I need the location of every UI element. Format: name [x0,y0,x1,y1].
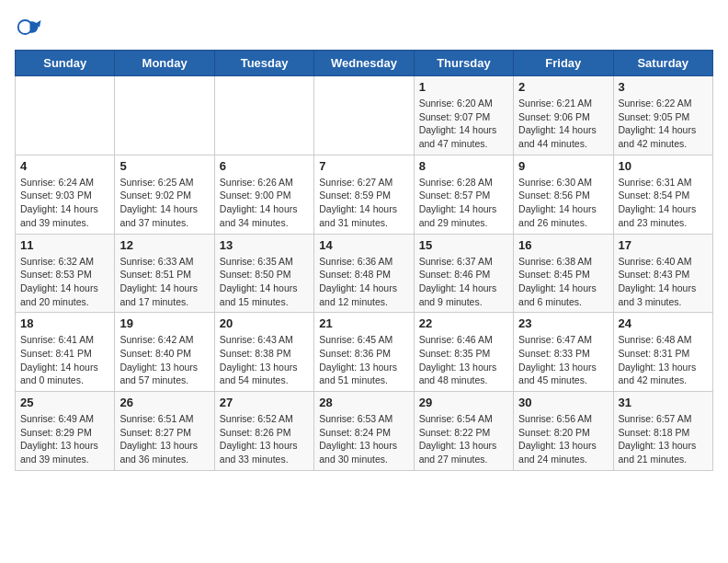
day-info: Sunrise: 6:40 AM Sunset: 8:43 PM Dayligh… [619,255,708,309]
calendar-cell: 9Sunrise: 6:30 AM Sunset: 8:56 PM Daylig… [514,155,613,234]
calendar-cell: 6Sunrise: 6:26 AM Sunset: 9:00 PM Daylig… [214,155,313,234]
calendar-cell: 1Sunrise: 6:20 AM Sunset: 9:07 PM Daylig… [414,76,513,155]
day-number: 4 [20,159,109,173]
calendar-cell [214,76,313,155]
day-info: Sunrise: 6:24 AM Sunset: 9:03 PM Dayligh… [20,176,109,230]
logo-icon [15,15,42,42]
day-info: Sunrise: 6:46 AM Sunset: 8:35 PM Dayligh… [419,333,508,387]
day-number: 18 [20,316,109,330]
day-info: Sunrise: 6:48 AM Sunset: 8:31 PM Dayligh… [619,333,708,387]
day-number: 23 [518,316,608,330]
day-number: 20 [220,316,309,330]
logo [15,15,46,42]
day-number: 26 [119,396,209,409]
calendar-cell: 8Sunrise: 6:28 AM Sunset: 8:57 PM Daylig… [414,155,513,234]
day-number: 11 [20,238,109,252]
day-info: Sunrise: 6:28 AM Sunset: 8:57 PM Dayligh… [419,176,508,230]
calendar-cell: 10Sunrise: 6:31 AM Sunset: 8:54 PM Dayli… [613,155,712,234]
day-number: 29 [419,396,508,409]
day-info: Sunrise: 6:32 AM Sunset: 8:53 PM Dayligh… [20,255,109,309]
calendar-cell: 16Sunrise: 6:38 AM Sunset: 8:45 PM Dayli… [514,234,613,313]
day-info: Sunrise: 6:30 AM Sunset: 8:56 PM Dayligh… [518,176,608,230]
calendar-cell: 2Sunrise: 6:21 AM Sunset: 9:06 PM Daylig… [514,76,613,155]
calendar-cell [115,76,214,155]
calendar-cell: 19Sunrise: 6:42 AM Sunset: 8:40 PM Dayli… [115,313,214,392]
calendar-cell: 3Sunrise: 6:22 AM Sunset: 9:05 PM Daylig… [613,76,712,155]
weekday-header-friday: Friday [514,51,613,76]
day-info: Sunrise: 6:43 AM Sunset: 8:38 PM Dayligh… [220,333,309,387]
day-number: 2 [518,80,608,94]
day-number: 9 [518,159,608,173]
weekday-header-saturday: Saturday [613,51,712,76]
day-number: 6 [220,159,309,173]
calendar-cell: 26Sunrise: 6:51 AM Sunset: 8:27 PM Dayli… [115,392,214,471]
day-info: Sunrise: 6:38 AM Sunset: 8:45 PM Dayligh… [518,255,608,309]
calendar-cell: 4Sunrise: 6:24 AM Sunset: 9:03 PM Daylig… [16,155,115,234]
day-info: Sunrise: 6:45 AM Sunset: 8:36 PM Dayligh… [319,333,408,387]
weekday-header-thursday: Thursday [414,51,513,76]
calendar-cell: 15Sunrise: 6:37 AM Sunset: 8:46 PM Dayli… [414,234,513,313]
day-info: Sunrise: 6:52 AM Sunset: 8:26 PM Dayligh… [220,412,309,466]
day-info: Sunrise: 6:31 AM Sunset: 8:54 PM Dayligh… [619,176,708,230]
day-info: Sunrise: 6:47 AM Sunset: 8:33 PM Dayligh… [518,333,608,387]
day-number: 5 [119,159,209,173]
calendar-cell: 23Sunrise: 6:47 AM Sunset: 8:33 PM Dayli… [514,313,613,392]
calendar-cell: 30Sunrise: 6:56 AM Sunset: 8:20 PM Dayli… [514,392,613,471]
calendar-cell: 7Sunrise: 6:27 AM Sunset: 8:59 PM Daylig… [314,155,414,234]
calendar-cell: 5Sunrise: 6:25 AM Sunset: 9:02 PM Daylig… [115,155,214,234]
day-info: Sunrise: 6:20 AM Sunset: 9:07 PM Dayligh… [419,97,508,151]
calendar-cell [16,76,115,155]
day-number: 27 [220,396,309,409]
calendar-cell: 29Sunrise: 6:54 AM Sunset: 8:22 PM Dayli… [414,392,513,471]
calendar-cell: 20Sunrise: 6:43 AM Sunset: 8:38 PM Dayli… [214,313,313,392]
day-number: 19 [119,316,209,330]
calendar-cell: 13Sunrise: 6:35 AM Sunset: 8:50 PM Dayli… [214,234,313,313]
calendar-cell: 25Sunrise: 6:49 AM Sunset: 8:29 PM Dayli… [16,392,115,471]
calendar-cell: 14Sunrise: 6:36 AM Sunset: 8:48 PM Dayli… [314,234,414,313]
day-number: 13 [220,238,309,252]
day-number: 28 [319,396,408,409]
day-info: Sunrise: 6:41 AM Sunset: 8:41 PM Dayligh… [20,333,109,387]
day-number: 17 [619,238,708,252]
calendar-cell: 28Sunrise: 6:53 AM Sunset: 8:24 PM Dayli… [314,392,414,471]
day-info: Sunrise: 6:57 AM Sunset: 8:18 PM Dayligh… [619,412,708,466]
day-number: 24 [619,316,708,330]
day-number: 7 [319,159,408,173]
calendar-cell: 22Sunrise: 6:46 AM Sunset: 8:35 PM Dayli… [414,313,513,392]
weekday-header-sunday: Sunday [16,51,115,76]
day-info: Sunrise: 6:21 AM Sunset: 9:06 PM Dayligh… [518,97,608,151]
day-info: Sunrise: 6:42 AM Sunset: 8:40 PM Dayligh… [119,333,209,387]
day-number: 15 [419,238,508,252]
day-number: 25 [20,396,109,409]
day-info: Sunrise: 6:33 AM Sunset: 8:51 PM Dayligh… [119,255,209,309]
day-info: Sunrise: 6:22 AM Sunset: 9:05 PM Dayligh… [619,97,708,151]
weekday-header-monday: Monday [115,51,214,76]
calendar-cell: 24Sunrise: 6:48 AM Sunset: 8:31 PM Dayli… [613,313,712,392]
day-number: 30 [518,396,608,409]
weekday-header-tuesday: Tuesday [214,51,313,76]
calendar-cell: 31Sunrise: 6:57 AM Sunset: 8:18 PM Dayli… [613,392,712,471]
day-info: Sunrise: 6:25 AM Sunset: 9:02 PM Dayligh… [119,176,209,230]
calendar-cell: 27Sunrise: 6:52 AM Sunset: 8:26 PM Dayli… [214,392,313,471]
day-number: 1 [419,80,508,94]
day-number: 16 [518,238,608,252]
weekday-header-wednesday: Wednesday [314,51,414,76]
day-info: Sunrise: 6:35 AM Sunset: 8:50 PM Dayligh… [220,255,309,309]
calendar-table: SundayMondayTuesdayWednesdayThursdayFrid… [15,50,713,471]
day-number: 12 [119,238,209,252]
calendar-cell: 12Sunrise: 6:33 AM Sunset: 8:51 PM Dayli… [115,234,214,313]
day-info: Sunrise: 6:37 AM Sunset: 8:46 PM Dayligh… [419,255,508,309]
day-number: 22 [419,316,508,330]
day-number: 10 [619,159,708,173]
calendar-cell: 18Sunrise: 6:41 AM Sunset: 8:41 PM Dayli… [16,313,115,392]
day-number: 3 [619,80,708,94]
day-number: 14 [319,238,408,252]
day-info: Sunrise: 6:56 AM Sunset: 8:20 PM Dayligh… [518,412,608,466]
day-number: 31 [619,396,708,409]
calendar-cell: 21Sunrise: 6:45 AM Sunset: 8:36 PM Dayli… [314,313,414,392]
day-number: 21 [319,316,408,330]
day-info: Sunrise: 6:27 AM Sunset: 8:59 PM Dayligh… [319,176,408,230]
day-info: Sunrise: 6:54 AM Sunset: 8:22 PM Dayligh… [419,412,508,466]
day-info: Sunrise: 6:51 AM Sunset: 8:27 PM Dayligh… [119,412,209,466]
day-info: Sunrise: 6:26 AM Sunset: 9:00 PM Dayligh… [220,176,309,230]
